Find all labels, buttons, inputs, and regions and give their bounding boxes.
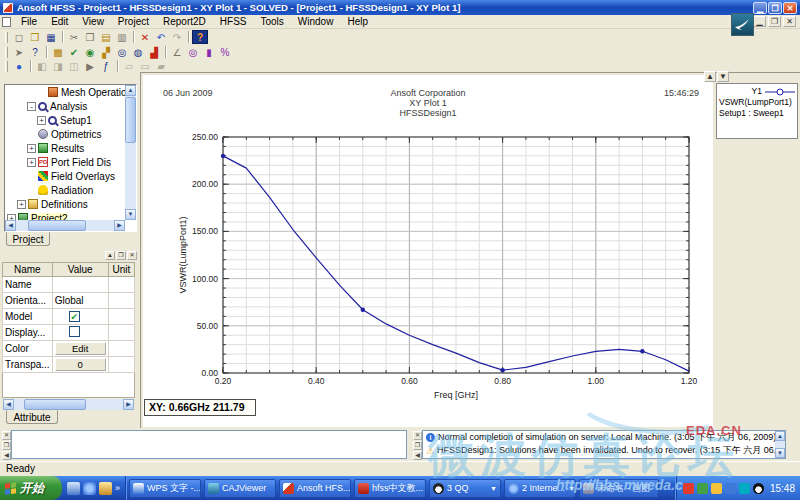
- undo-icon[interactable]: ↶: [153, 30, 169, 44]
- pane-down-icon[interactable]: ▼: [717, 71, 729, 82]
- scroll-down-icon[interactable]: ▼: [125, 209, 136, 220]
- plot-canvas[interactable]: 06 Jun 2009 Ansoft Corporation XY Plot 1…: [143, 75, 713, 427]
- menu-view[interactable]: View: [75, 15, 111, 28]
- help-icon[interactable]: ?: [192, 30, 208, 44]
- color-edit-button[interactable]: Edit: [55, 342, 106, 355]
- collapse-pane-icon[interactable]: ◀: [413, 451, 422, 460]
- properties-horizontal-scrollbar[interactable]: ◀ ▶: [3, 399, 134, 410]
- validate-icon[interactable]: ✔: [66, 45, 82, 59]
- list-item[interactable]: i Normal completion of simulation on ser…: [423, 431, 785, 444]
- media-player-icon[interactable]: [99, 482, 112, 495]
- close-button[interactable]: ✕: [783, 2, 797, 14]
- column-header-unit[interactable]: Unit: [108, 263, 134, 277]
- transparency-button[interactable]: 0: [55, 358, 106, 371]
- help-pointer-icon[interactable]: ?: [27, 45, 43, 59]
- start-button[interactable]: 开始: [0, 476, 62, 500]
- tree-item-setup1[interactable]: + Setup1: [5, 113, 125, 127]
- open-icon[interactable]: ❒: [27, 30, 43, 44]
- taskbar-button-wps[interactable]: WPS 文字 -...: [129, 479, 201, 498]
- select-arrow-icon[interactable]: ➤: [11, 45, 27, 59]
- child-close-button[interactable]: ✕: [783, 16, 796, 27]
- restore-button[interactable]: ❐: [768, 2, 782, 14]
- new-icon[interactable]: ◻: [11, 30, 27, 44]
- tree-horizontal-scrollbar[interactable]: ◀ ▶: [5, 220, 125, 231]
- tray-icon-3[interactable]: [711, 483, 722, 494]
- display-wireframe-checkbox[interactable]: [69, 326, 80, 337]
- toolbar-grip[interactable]: [5, 47, 8, 58]
- expand-toggle[interactable]: +: [37, 116, 46, 125]
- scroll-up-icon[interactable]: ▲: [775, 431, 785, 441]
- scroll-down-icon[interactable]: ▼: [775, 448, 785, 458]
- delete-icon[interactable]: ✕: [137, 30, 153, 44]
- taskbar-button-internet-group[interactable]: 2 Interne... ▼: [504, 479, 576, 498]
- group-expand-icon[interactable]: ▼: [490, 485, 497, 492]
- plane-icon[interactable]: ▱: [121, 59, 137, 73]
- solution-data-icon[interactable]: ▞: [98, 45, 114, 59]
- tree-item-mesh-operations[interactable]: Mesh Operation: [5, 85, 125, 99]
- collapse-toggle[interactable]: -: [27, 102, 36, 111]
- copy-icon[interactable]: ❐: [82, 30, 98, 44]
- pin-up-icon[interactable]: ▲: [105, 251, 115, 260]
- model-checkbox[interactable]: ✔: [69, 311, 80, 322]
- cut-icon[interactable]: ✂: [66, 30, 82, 44]
- expand-toggle[interactable]: +: [27, 144, 36, 153]
- tab-project[interactable]: Project: [6, 232, 50, 246]
- scroll-right-icon[interactable]: ▶: [114, 220, 125, 231]
- solve-icon[interactable]: ▶: [82, 59, 98, 73]
- tree-vertical-scrollbar[interactable]: ▲ ▼: [125, 85, 136, 220]
- tab-attribute[interactable]: Attribute: [6, 410, 58, 424]
- pane-up-icon[interactable]: ▲: [704, 71, 716, 82]
- internet-explorer-icon[interactable]: [83, 482, 96, 495]
- collapse-pane-icon[interactable]: ◀: [2, 451, 11, 460]
- target-icon[interactable]: ◎: [185, 45, 201, 59]
- taskbar-button-ansoft-hfss[interactable]: Ansoft HFS...: [279, 479, 351, 498]
- tray-icon-5[interactable]: [739, 483, 750, 494]
- taskbar-button-cajviewer[interactable]: CAJViewer: [204, 479, 276, 498]
- float-icon[interactable]: ❐: [116, 251, 126, 260]
- tree-item-definitions[interactable]: + Definitions: [5, 197, 125, 211]
- zoom-in-icon[interactable]: ◎: [114, 45, 130, 59]
- close-pane-icon[interactable]: ✕: [2, 431, 11, 440]
- quick-launch-overflow-icon[interactable]: »: [115, 483, 120, 493]
- analyze-sphere-icon[interactable]: ◉: [82, 45, 98, 59]
- taskbar-button-hfss-tutorial[interactable]: hfss中文教...: [354, 479, 426, 498]
- menu-help[interactable]: Help: [340, 15, 375, 28]
- tree-item-port-field-display[interactable]: + Port Field Dis: [5, 155, 125, 169]
- print-icon[interactable]: ▥: [114, 30, 130, 44]
- tree-item-analysis[interactable]: - Analysis: [5, 99, 125, 113]
- menu-hfss[interactable]: HFSS: [213, 15, 254, 28]
- taskbar-button-paint[interactable]: 未命名 - 画图: [579, 479, 659, 498]
- column-header-name[interactable]: Name: [3, 263, 53, 277]
- cs-plane-icon-1[interactable]: ◧: [34, 59, 50, 73]
- scroll-right-icon[interactable]: ▶: [123, 399, 134, 410]
- tree-item-project2[interactable]: + Project2: [5, 211, 125, 220]
- menu-tools[interactable]: Tools: [253, 15, 290, 28]
- expand-toggle[interactable]: +: [17, 200, 26, 209]
- expand-toggle[interactable]: +: [27, 158, 36, 167]
- zoom-out-icon[interactable]: ◍: [130, 45, 146, 59]
- scrollbar-thumb[interactable]: [125, 97, 136, 143]
- menu-project[interactable]: Project: [111, 15, 156, 28]
- save-icon[interactable]: ▦: [43, 30, 59, 44]
- message-scrollbar[interactable]: ▲ ▼: [775, 431, 785, 458]
- tray-icon-4[interactable]: [725, 483, 736, 494]
- tray-qq-icon[interactable]: [753, 483, 764, 494]
- close-pane-icon[interactable]: ✕: [413, 431, 422, 440]
- float-pane-icon[interactable]: ❐: [2, 441, 11, 450]
- menu-file[interactable]: File: [14, 15, 44, 28]
- scrollbar-thumb[interactable]: [24, 399, 86, 410]
- child-window-icon[interactable]: [2, 17, 11, 27]
- scroll-left-icon[interactable]: ◀: [3, 399, 14, 410]
- scrollbar-thumb[interactable]: [28, 220, 86, 231]
- tree-item-optimetrics[interactable]: Optimetrics: [5, 127, 125, 141]
- scroll-up-icon[interactable]: ▲: [125, 85, 136, 96]
- redo-icon[interactable]: ↷: [169, 30, 185, 44]
- measure-icon[interactable]: ∠: [169, 45, 185, 59]
- minimize-button[interactable]: ▁: [753, 2, 767, 14]
- paste-icon[interactable]: ▤: [98, 30, 114, 44]
- scroll-left-icon[interactable]: ◀: [5, 220, 16, 231]
- menu-report2d[interactable]: Report2D: [156, 15, 213, 28]
- menu-edit[interactable]: Edit: [44, 15, 75, 28]
- list-item[interactable]: ⚠ HFSSDesign1: Solutions have been inval…: [423, 444, 785, 457]
- output-variables-icon[interactable]: ƒ: [98, 59, 114, 73]
